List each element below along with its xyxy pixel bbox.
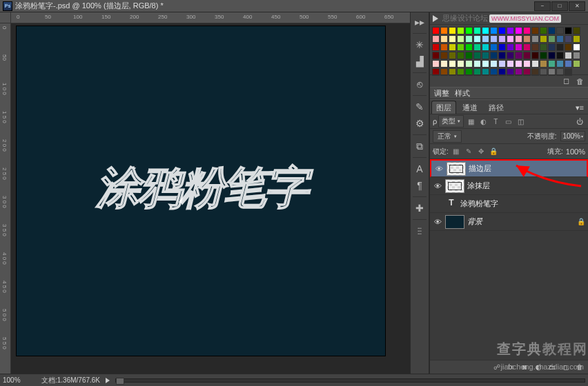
swatch[interactable] [457, 52, 464, 59]
swatch[interactable] [457, 27, 464, 34]
swatch[interactable] [507, 43, 514, 51]
swatch[interactable] [540, 35, 547, 43]
swatch[interactable] [556, 60, 564, 68]
swatch[interactable] [565, 43, 572, 51]
tab-paths[interactable]: 路径 [484, 101, 509, 114]
swatch[interactable] [449, 60, 456, 68]
layer-name[interactable]: 涂抹层 [467, 181, 585, 191]
swatch[interactable] [449, 43, 456, 51]
swatch[interactable] [490, 43, 498, 51]
swatch[interactable] [490, 27, 498, 34]
character-icon[interactable]: A [413, 162, 427, 176]
ruler-vertical[interactable]: 0501 0 01 5 02 0 02 5 03 0 03 5 04 0 04 … [0, 23, 11, 374]
history-icon[interactable]: ⎋ [413, 77, 427, 91]
swatch[interactable] [565, 60, 572, 68]
swatch[interactable] [440, 35, 448, 43]
swatch[interactable] [490, 35, 498, 43]
layer-thumbnail[interactable] [445, 215, 464, 229]
filter-pixel-icon[interactable]: ▦ [465, 116, 476, 127]
swatch[interactable] [498, 27, 506, 34]
layer-row[interactable]: 👁背景🔒 [430, 213, 588, 231]
layer-row[interactable]: 👁涂抹层 [430, 177, 588, 195]
swatch[interactable] [548, 27, 556, 34]
swatch[interactable] [490, 52, 498, 59]
swatch[interactable] [507, 27, 514, 34]
tab-styles[interactable]: 样式 [455, 88, 470, 99]
swatch[interactable] [465, 52, 473, 59]
swatch[interactable] [556, 35, 564, 43]
swatch[interactable] [573, 52, 580, 59]
swatch[interactable] [482, 43, 489, 51]
filter-shape-icon[interactable]: ▭ [502, 116, 513, 127]
swatch[interactable] [473, 27, 481, 34]
swatch[interactable] [432, 43, 440, 51]
swatch[interactable] [507, 60, 514, 68]
filter-type-icon[interactable]: T [490, 116, 501, 127]
doc-size-label[interactable]: 文档:1.36M/767.6K [41, 376, 100, 385]
wheel-icon[interactable]: ✳ [413, 38, 427, 52]
visibility-toggle[interactable]: 👁 [433, 182, 442, 190]
swatch[interactable] [498, 60, 506, 68]
swatch[interactable] [440, 43, 448, 51]
visibility-toggle[interactable]: 👁 [433, 200, 442, 208]
swatch[interactable] [515, 35, 522, 43]
swatch[interactable] [449, 52, 456, 59]
swatch[interactable] [565, 52, 572, 59]
swatch[interactable] [515, 43, 522, 51]
swatch[interactable] [473, 60, 481, 68]
filter-adjust-icon[interactable]: ◐ [478, 116, 489, 127]
visibility-toggle[interactable]: 👁 [433, 218, 442, 226]
swatch[interactable] [440, 27, 448, 34]
swatch[interactable] [523, 27, 531, 34]
swatch[interactable] [523, 35, 531, 43]
canvas-document[interactable]: 涂鸦粉笔字 [17, 26, 385, 356]
swatch[interactable] [482, 35, 489, 43]
filter-kind-select[interactable]: 类型 [438, 115, 464, 128]
swatch[interactable] [507, 52, 514, 59]
swatch[interactable] [548, 43, 556, 51]
blend-mode-select[interactable]: 正常 [433, 130, 462, 143]
visibility-toggle[interactable]: 👁 [434, 165, 444, 173]
swatch[interactable] [523, 60, 531, 68]
maximize-button[interactable]: □ [551, 1, 568, 11]
play-icon[interactable] [433, 15, 438, 22]
swatch[interactable] [465, 35, 473, 43]
swatch[interactable] [482, 52, 489, 59]
brush-icon[interactable]: ✎ [413, 100, 427, 114]
layer-row[interactable]: 👁T涂鸦粉笔字 [430, 195, 588, 213]
clone-source-icon[interactable]: ⧉ [413, 139, 427, 153]
filter-smart-icon[interactable]: ◫ [515, 116, 526, 127]
swatch[interactable] [523, 52, 531, 59]
swatch[interactable] [432, 52, 440, 59]
tab-layers[interactable]: 图层 [431, 101, 456, 114]
lock-pixels-icon[interactable]: ✎ [464, 147, 473, 156]
canvas-viewport[interactable]: 涂鸦粉笔字 [11, 23, 410, 374]
layer-row[interactable]: 👁描边层 [430, 159, 588, 177]
fill-value[interactable]: 100% [566, 148, 585, 156]
swatch[interactable] [531, 27, 539, 34]
swatch[interactable] [507, 35, 514, 43]
swatch[interactable] [498, 35, 506, 43]
swatch[interactable] [565, 35, 572, 43]
swatch[interactable] [465, 60, 473, 68]
lock-transparency-icon[interactable]: ▦ [451, 147, 461, 156]
swatch[interactable] [457, 60, 464, 68]
swatch[interactable] [490, 60, 498, 68]
lock-position-icon[interactable]: ✥ [476, 147, 486, 156]
status-menu-icon[interactable] [106, 378, 110, 383]
swatch[interactable] [556, 43, 564, 51]
paragraph-icon[interactable]: ¶ [413, 179, 427, 192]
swatch[interactable] [531, 52, 539, 59]
swatch[interactable] [457, 35, 464, 43]
layer-thumbnail[interactable] [445, 179, 464, 193]
swatch[interactable] [440, 60, 448, 68]
swatch[interactable] [540, 43, 547, 51]
swatch[interactable] [449, 35, 456, 43]
layer-name[interactable]: 涂鸦粉笔字 [460, 199, 585, 209]
filter-toggle-icon[interactable]: ⏻ [574, 116, 585, 127]
expand-icon[interactable]: ▸▸ [413, 15, 427, 29]
swatch[interactable] [540, 52, 547, 59]
swatch[interactable] [465, 27, 473, 34]
swatch[interactable] [432, 60, 440, 68]
swatch[interactable] [482, 60, 489, 68]
